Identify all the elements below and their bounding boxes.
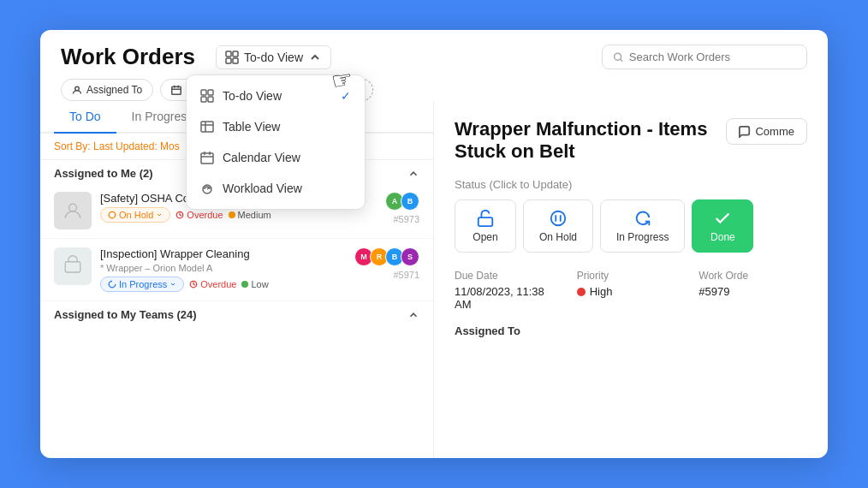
onhold-label: On Hold xyxy=(539,231,577,243)
status-section-label: Status (Click to Update) xyxy=(455,178,807,191)
search-icon xyxy=(613,51,624,63)
view-label: To-do View xyxy=(244,51,303,64)
view-selector[interactable]: To-do View xyxy=(216,45,331,69)
gauge-icon xyxy=(200,182,214,195)
svg-rect-0 xyxy=(226,51,231,57)
overdue-badge: Overdue xyxy=(175,210,223,220)
work-order-cell: Work Orde #5979 xyxy=(699,270,807,311)
status-inprogress-button[interactable]: In Progress xyxy=(600,199,685,253)
calendar-icon xyxy=(171,85,181,95)
status-icon xyxy=(108,280,116,289)
svg-rect-21 xyxy=(208,90,213,95)
wo-image-icon xyxy=(61,254,85,278)
right-panel: Wrapper Malfunction - Items Stuck on Bel… xyxy=(434,101,828,458)
chevron-down-icon xyxy=(156,211,163,218)
table-icon xyxy=(200,120,214,134)
svg-rect-23 xyxy=(208,97,213,102)
assigned-to-filter[interactable]: Assigned To xyxy=(61,79,153,101)
chevron-down-icon xyxy=(169,281,176,288)
assigned-to-label: Assigned To xyxy=(455,324,807,337)
search-bar[interactable] xyxy=(602,45,807,69)
svg-rect-7 xyxy=(172,86,181,94)
status-badge[interactable]: In Progress xyxy=(100,277,184,292)
work-order-value: #5979 xyxy=(699,285,807,298)
svg-point-17 xyxy=(551,211,566,226)
header: Work Orders To-do View xyxy=(40,30,828,70)
dropdown-item-calendar-label: Calendar View xyxy=(223,151,300,164)
sort-value[interactable]: Last Updated: Mos xyxy=(93,140,180,152)
comment-button[interactable]: Comme xyxy=(726,118,807,145)
wo-meta: M R B S #5971 xyxy=(354,247,419,280)
wo-info: [Inspection] Wrapper Cleaning * Wrapper … xyxy=(100,247,346,292)
dropdown-item-table-label: Table View xyxy=(223,120,280,134)
svg-rect-3 xyxy=(233,58,238,63)
priority-label: Priority xyxy=(577,270,686,282)
priority-badge: Medium xyxy=(229,210,271,220)
due-date-value: 11/08/2023, 11:38 AM xyxy=(455,285,563,311)
status-done-button[interactable]: Done xyxy=(692,199,753,253)
status-onhold-button[interactable]: On Hold xyxy=(523,199,593,253)
priority-dot xyxy=(577,288,586,296)
status-open-button[interactable]: Open xyxy=(455,199,516,253)
wo-tags: In Progress Overdue xyxy=(100,277,346,292)
detail-header: Wrapper Malfunction - Items Stuck on Bel… xyxy=(455,118,807,163)
svg-rect-2 xyxy=(226,58,231,63)
grid-icon xyxy=(200,89,214,103)
assigned-to-label: Assigned To xyxy=(86,84,142,96)
wo-number: #5973 xyxy=(393,214,419,224)
dropdown-item-calendar[interactable]: Calendar View xyxy=(187,142,365,173)
refresh-icon xyxy=(633,209,652,228)
dropdown-item-workload-label: Workload View xyxy=(223,182,302,195)
sort-prefix: Sort By: xyxy=(54,140,91,152)
status-buttons: Open On Hold xyxy=(455,199,807,253)
main-content: To Do In Progress Done Sort By: Last Upd… xyxy=(40,101,828,458)
work-order-label: Work Orde xyxy=(699,270,807,282)
due-date-cell: Due Date 11/08/2023, 11:38 AM xyxy=(455,270,563,311)
priority-badge: Low xyxy=(241,279,268,289)
svg-rect-20 xyxy=(201,90,206,95)
info-grid: Due Date 11/08/2023, 11:38 AM Priority H… xyxy=(455,270,807,311)
clock-icon xyxy=(189,280,198,289)
status-badge[interactable]: On Hold xyxy=(100,207,170,223)
svg-rect-22 xyxy=(201,97,206,102)
avatar: B xyxy=(401,192,419,211)
overdue-badge: Overdue xyxy=(189,279,236,289)
wo-image-icon xyxy=(61,199,85,223)
avatars: M R B S xyxy=(354,247,419,266)
chevron-up-icon xyxy=(308,51,322,64)
dropdown-item-workload[interactable]: Workload View xyxy=(187,173,365,204)
chevron-up-icon xyxy=(407,168,419,180)
group-assigned-me-label: Assigned to Me (2) xyxy=(54,167,153,180)
dropdown-item-table[interactable]: Table View xyxy=(187,111,365,142)
avatar: S xyxy=(401,247,419,266)
status-icon xyxy=(108,211,116,219)
inprogress-label: In Progress xyxy=(616,231,669,243)
tab-todo[interactable]: To Do xyxy=(54,101,116,134)
priority-value: High xyxy=(577,285,686,298)
comment-icon xyxy=(739,126,751,138)
svg-line-5 xyxy=(620,58,622,61)
priority-dot xyxy=(241,281,248,288)
wo-subtitle: * Wrapper – Orion Model A xyxy=(100,263,346,273)
svg-rect-27 xyxy=(201,153,213,164)
wo-thumbnail xyxy=(54,192,92,229)
calendar-icon xyxy=(200,151,214,164)
comment-btn-label: Comme xyxy=(755,125,794,138)
dropdown-item-todo[interactable]: To-do View ✓ xyxy=(187,80,365,111)
view-dropdown: To-do View ✓ Table View Calendar View xyxy=(186,74,366,210)
search-input[interactable] xyxy=(629,51,796,63)
avatars: A B xyxy=(385,192,419,211)
user-icon xyxy=(72,85,82,95)
wo-title: [Inspection] Wrapper Cleaning xyxy=(100,247,346,260)
svg-point-12 xyxy=(109,211,116,218)
table-row[interactable]: [Inspection] Wrapper Cleaning * Wrapper … xyxy=(40,239,433,301)
wo-number: #5971 xyxy=(393,270,419,280)
page-title: Work Orders xyxy=(61,44,195,70)
group-assigned-teams[interactable]: Assigned to My Teams (24) xyxy=(40,301,433,324)
check-icon: ✓ xyxy=(341,89,351,103)
filter-bar: Assigned To Due Date Type + Add Filter xyxy=(40,70,828,101)
chevron-up-icon xyxy=(407,309,419,321)
dropdown-item-todo-label: To-do View xyxy=(223,89,282,103)
priority-dot xyxy=(229,211,235,218)
checkmark-icon xyxy=(713,209,732,228)
